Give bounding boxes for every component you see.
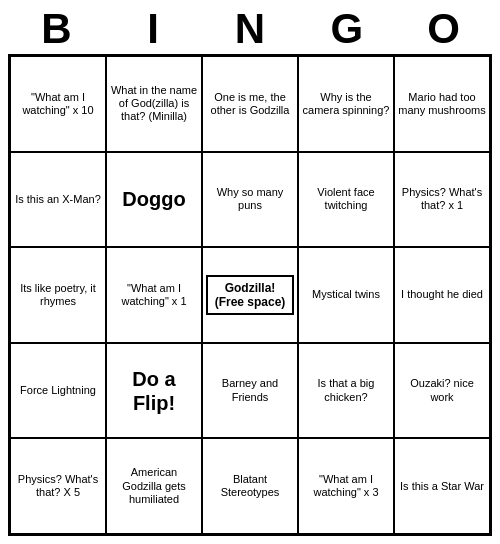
letter-i: I	[109, 8, 197, 50]
bingo-cell-0[interactable]: "What am I watching" x 10	[10, 56, 106, 152]
bingo-cell-4[interactable]: Mario had too many mushrooms	[394, 56, 490, 152]
bingo-cell-3[interactable]: Why is the camera spinning?	[298, 56, 394, 152]
bingo-cell-22[interactable]: Blatant Stereotypes	[202, 438, 298, 534]
bingo-cell-23[interactable]: "What am I watching" x 3	[298, 438, 394, 534]
bingo-cell-12[interactable]: Godzilla! (Free space)	[202, 247, 298, 343]
letter-g: G	[303, 8, 391, 50]
bingo-cell-5[interactable]: Is this an X-Man?	[10, 152, 106, 248]
bingo-cell-7[interactable]: Why so many puns	[202, 152, 298, 248]
bingo-cell-19[interactable]: Ouzaki? nice work	[394, 343, 490, 439]
letter-n: N	[206, 8, 294, 50]
bingo-cell-6[interactable]: Doggo	[106, 152, 202, 248]
bingo-grid: "What am I watching" x 10What in the nam…	[8, 54, 492, 536]
bingo-cell-10[interactable]: Its like poetry, it rhymes	[10, 247, 106, 343]
bingo-cell-14[interactable]: I thought he died	[394, 247, 490, 343]
bingo-cell-1[interactable]: What in the name of God(zilla) is that? …	[106, 56, 202, 152]
bingo-cell-15[interactable]: Force Lightning	[10, 343, 106, 439]
bingo-cell-9[interactable]: Physics? What's that? x 1	[394, 152, 490, 248]
letter-o: O	[400, 8, 488, 50]
bingo-cell-18[interactable]: Is that a big chicken?	[298, 343, 394, 439]
bingo-cell-17[interactable]: Barney and Friends	[202, 343, 298, 439]
bingo-cell-8[interactable]: Violent face twitching	[298, 152, 394, 248]
bingo-cell-2[interactable]: One is me, the other is Godzilla	[202, 56, 298, 152]
bingo-cell-16[interactable]: Do a Flip!	[106, 343, 202, 439]
letter-b: B	[12, 8, 100, 50]
bingo-cell-11[interactable]: "What am I watching" x 1	[106, 247, 202, 343]
bingo-cell-20[interactable]: Physics? What's that? X 5	[10, 438, 106, 534]
bingo-cell-24[interactable]: Is this a Star War	[394, 438, 490, 534]
bingo-header: B I N G O	[8, 8, 492, 50]
bingo-cell-21[interactable]: American Godzilla gets humiliated	[106, 438, 202, 534]
bingo-cell-13[interactable]: Mystical twins	[298, 247, 394, 343]
